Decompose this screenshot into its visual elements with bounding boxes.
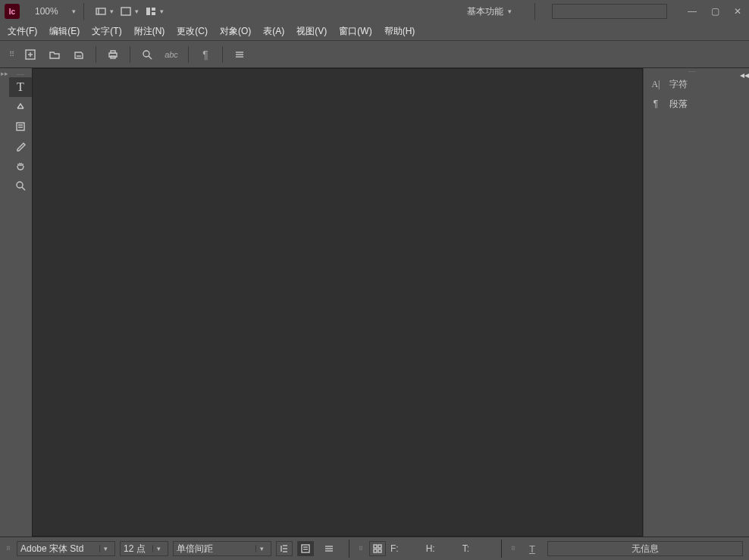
chevron-down-icon: ▾ <box>110 8 114 15</box>
view-mode-icon <box>120 5 132 17</box>
story-view-button[interactable] <box>297 541 314 556</box>
hand-icon <box>14 160 27 172</box>
font-family-value: Adobe 宋体 Std <box>20 543 99 555</box>
note-tool[interactable] <box>9 117 32 136</box>
main-area: ▸▸ ┄┄ T ┄┄ A| 字符 ¶ 段落 ◂◂ <box>0 68 749 537</box>
collapse-icon: ◂◂ <box>740 70 749 537</box>
new-button[interactable] <box>20 45 41 64</box>
font-family-combo[interactable]: Adobe 宋体 Std ▾ <box>17 541 115 556</box>
grip-icon: ┄┄ <box>644 68 740 74</box>
menu-window[interactable]: 窗口(W) <box>339 25 371 38</box>
leading-value: 单倍间距 <box>177 543 255 555</box>
grid-icon <box>371 543 384 555</box>
separator <box>96 46 96 63</box>
separator <box>188 46 189 63</box>
note-icon <box>14 120 27 133</box>
workspace-selector[interactable]: 基本功能 ▾ <box>461 4 518 20</box>
arrange-button[interactable]: ▾ <box>142 4 167 19</box>
left-gutter[interactable]: ▸▸ <box>0 68 9 537</box>
expand-icon: ▸▸ <box>1 70 8 537</box>
spellcheck-button[interactable]: abc <box>161 45 182 64</box>
svg-point-21 <box>17 182 23 188</box>
grip-icon: ┄┄ <box>9 71 32 77</box>
type-icon: T <box>17 80 24 94</box>
search-icon <box>141 48 153 61</box>
menu-edit[interactable]: 编辑(E) <box>49 25 80 38</box>
open-button[interactable] <box>44 45 65 64</box>
svg-rect-3 <box>146 8 150 15</box>
svg-rect-0 <box>96 8 105 14</box>
galley-view-button[interactable] <box>276 541 293 556</box>
separator <box>130 46 130 63</box>
right-panel: ┄┄ A| 字符 ¶ 段落 <box>643 68 740 537</box>
close-button[interactable]: ✕ <box>726 2 749 21</box>
position-tool[interactable] <box>9 97 32 117</box>
separator <box>349 540 349 558</box>
type-tool[interactable]: T <box>9 77 32 97</box>
eyedropper-icon <box>14 140 27 152</box>
chevron-down-icon: ▾ <box>508 8 512 15</box>
svg-rect-18 <box>17 123 24 130</box>
hand-tool[interactable] <box>9 156 32 176</box>
chevron-down-icon: ▾ <box>152 545 165 552</box>
menu-view[interactable]: 视图(V) <box>296 25 327 38</box>
menu-notes[interactable]: 附注(N) <box>134 25 165 38</box>
menu-help[interactable]: 帮助(H) <box>384 25 415 38</box>
align-button[interactable] <box>318 539 340 558</box>
screen-mode-button[interactable]: ▾ <box>92 4 117 19</box>
eyedropper-tool[interactable] <box>9 136 32 156</box>
toolbar: ⠿ abc ¶ <box>0 41 749 68</box>
menu-object[interactable]: 对象(O) <box>220 25 251 38</box>
menu-type[interactable]: 文字(T) <box>92 25 121 38</box>
text-underline-icon: T <box>529 543 535 555</box>
list-icon <box>233 48 246 61</box>
find-button[interactable] <box>136 45 158 64</box>
panel-label: 段落 <box>669 98 688 111</box>
info-display: 无信息 <box>547 541 743 556</box>
panel-paragraph[interactable]: ¶ 段落 <box>644 94 740 114</box>
grip-icon: ⠿ <box>511 548 517 550</box>
spellcheck-icon: abc <box>165 50 178 59</box>
font-size-combo[interactable]: 12 点 ▾ <box>120 541 168 556</box>
menu-file[interactable]: 文件(F) <box>8 25 37 38</box>
plus-box-icon <box>24 48 36 61</box>
chevron-down-icon[interactable]: ▾ <box>72 8 76 15</box>
chevron-down-icon: ▾ <box>160 8 164 15</box>
frame-grid-button[interactable] <box>369 541 386 556</box>
panel-label: 字符 <box>669 78 688 91</box>
zoom-level[interactable]: 100% <box>35 6 58 17</box>
maximize-button[interactable]: ▢ <box>704 2 726 21</box>
minimize-button[interactable]: — <box>681 2 704 21</box>
svg-line-22 <box>22 187 25 190</box>
svg-point-13 <box>143 51 149 57</box>
menu-changes[interactable]: 更改(C) <box>177 25 208 38</box>
search-input[interactable] <box>552 4 667 19</box>
t-label: T: <box>462 543 469 554</box>
workspace-label: 基本功能 <box>467 5 503 18</box>
svg-line-14 <box>149 56 152 59</box>
svg-rect-5 <box>152 12 155 15</box>
print-icon <box>107 48 119 61</box>
menu-table[interactable]: 表(A) <box>263 25 284 38</box>
toolbox: ┄┄ T <box>9 68 32 537</box>
save-button[interactable] <box>68 45 89 64</box>
zoom-tool[interactable] <box>9 176 32 196</box>
view-mode-button[interactable]: ▾ <box>117 4 142 19</box>
svg-rect-35 <box>374 549 377 552</box>
text-underline-button[interactable]: T <box>522 539 543 558</box>
canvas[interactable] <box>32 68 643 537</box>
screen-mode-icon <box>95 5 107 17</box>
app-icon: Ic <box>5 4 20 19</box>
grip-icon: ⠿ <box>9 50 17 58</box>
galley-icon <box>278 543 290 555</box>
separator <box>501 540 502 558</box>
right-gutter[interactable]: ◂◂ <box>740 68 749 537</box>
print-button[interactable] <box>102 45 124 64</box>
arrange-icon <box>145 5 157 17</box>
leading-combo[interactable]: 单倍间距 ▾ <box>173 541 271 556</box>
show-hidden-button[interactable]: ¶ <box>195 45 216 64</box>
panel-character[interactable]: A| 字符 <box>644 74 740 94</box>
list-button[interactable] <box>229 45 250 64</box>
character-icon: A| <box>650 79 662 90</box>
menubar: 文件(F) 编辑(E) 文字(T) 附注(N) 更改(C) 对象(O) 表(A)… <box>0 23 749 41</box>
